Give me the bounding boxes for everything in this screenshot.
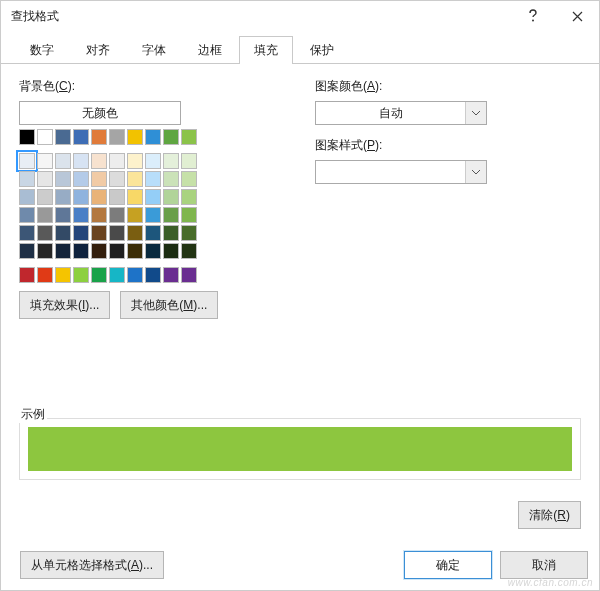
color-swatch[interactable]: [181, 153, 197, 169]
clear-button[interactable]: 清除(R): [518, 501, 581, 529]
color-swatch[interactable]: [181, 189, 197, 205]
color-swatch[interactable]: [55, 267, 71, 283]
more-colors-button[interactable]: 其他颜色(M)...: [120, 291, 218, 319]
color-swatch[interactable]: [127, 267, 143, 283]
color-swatch[interactable]: [163, 267, 179, 283]
fill-effects-button[interactable]: 填充效果(I)...: [19, 291, 110, 319]
color-swatch[interactable]: [91, 171, 107, 187]
color-swatch[interactable]: [109, 129, 125, 145]
color-swatch[interactable]: [73, 225, 89, 241]
color-swatch[interactable]: [181, 267, 197, 283]
color-swatch[interactable]: [145, 129, 161, 145]
color-swatch[interactable]: [127, 189, 143, 205]
color-swatch[interactable]: [37, 225, 53, 241]
color-swatch[interactable]: [19, 243, 35, 259]
ok-button[interactable]: 确定: [404, 551, 492, 579]
color-swatch[interactable]: [181, 225, 197, 241]
tab-fill[interactable]: 填充: [239, 36, 293, 64]
color-swatch[interactable]: [145, 153, 161, 169]
color-swatch[interactable]: [37, 267, 53, 283]
color-swatch[interactable]: [91, 129, 107, 145]
color-swatch[interactable]: [181, 129, 197, 145]
color-swatch[interactable]: [163, 225, 179, 241]
tab-number[interactable]: 数字: [15, 36, 69, 64]
color-swatch[interactable]: [163, 129, 179, 145]
color-swatch[interactable]: [127, 207, 143, 223]
color-swatch[interactable]: [55, 243, 71, 259]
color-swatch[interactable]: [55, 225, 71, 241]
color-swatch[interactable]: [163, 171, 179, 187]
pattern-column: 图案颜色(A): 自动 图案样式(P):: [315, 78, 581, 319]
color-swatch[interactable]: [127, 153, 143, 169]
color-swatch[interactable]: [91, 207, 107, 223]
color-swatch[interactable]: [55, 171, 71, 187]
tab-border[interactable]: 边框: [183, 36, 237, 64]
color-swatch[interactable]: [37, 153, 53, 169]
dialog-title: 查找格式: [11, 8, 511, 25]
pattern-style-dropdown[interactable]: [315, 160, 487, 184]
color-swatch[interactable]: [37, 171, 53, 187]
color-swatch[interactable]: [109, 243, 125, 259]
color-swatch[interactable]: [145, 207, 161, 223]
color-swatch[interactable]: [19, 225, 35, 241]
color-swatch[interactable]: [181, 207, 197, 223]
color-swatch[interactable]: [109, 189, 125, 205]
color-swatch[interactable]: [91, 189, 107, 205]
tab-font[interactable]: 字体: [127, 36, 181, 64]
color-swatch[interactable]: [109, 153, 125, 169]
color-swatch[interactable]: [163, 153, 179, 169]
color-swatch[interactable]: [109, 207, 125, 223]
color-swatch[interactable]: [73, 189, 89, 205]
color-swatch[interactable]: [109, 225, 125, 241]
color-swatch[interactable]: [91, 243, 107, 259]
color-swatch[interactable]: [73, 243, 89, 259]
color-swatch[interactable]: [37, 129, 53, 145]
color-swatch[interactable]: [55, 207, 71, 223]
color-swatch[interactable]: [127, 129, 143, 145]
color-swatch[interactable]: [145, 171, 161, 187]
color-swatch[interactable]: [19, 267, 35, 283]
color-swatch[interactable]: [91, 267, 107, 283]
color-swatch[interactable]: [163, 207, 179, 223]
color-swatch[interactable]: [19, 153, 35, 169]
color-swatch[interactable]: [19, 207, 35, 223]
color-swatch[interactable]: [73, 207, 89, 223]
color-swatch[interactable]: [73, 267, 89, 283]
color-swatch[interactable]: [73, 171, 89, 187]
color-swatch[interactable]: [163, 189, 179, 205]
pattern-color-dropdown[interactable]: 自动: [315, 101, 487, 125]
tab-protection[interactable]: 保护: [295, 36, 349, 64]
color-swatch[interactable]: [109, 267, 125, 283]
no-color-button[interactable]: 无颜色: [19, 101, 181, 125]
color-swatch[interactable]: [37, 207, 53, 223]
color-swatch[interactable]: [145, 267, 161, 283]
cancel-button[interactable]: 取消: [500, 551, 588, 579]
color-swatch[interactable]: [19, 189, 35, 205]
color-swatch[interactable]: [127, 171, 143, 187]
color-swatch[interactable]: [55, 189, 71, 205]
choose-format-from-cell-button[interactable]: 从单元格选择格式(A)...: [20, 551, 164, 579]
color-swatch[interactable]: [73, 153, 89, 169]
color-shade-grid: [19, 153, 285, 259]
color-swatch[interactable]: [37, 189, 53, 205]
close-button[interactable]: [555, 1, 599, 31]
color-swatch[interactable]: [73, 129, 89, 145]
help-button[interactable]: [511, 1, 555, 31]
color-swatch[interactable]: [127, 225, 143, 241]
color-swatch[interactable]: [19, 171, 35, 187]
color-swatch[interactable]: [145, 243, 161, 259]
color-swatch[interactable]: [91, 225, 107, 241]
color-swatch[interactable]: [37, 243, 53, 259]
color-swatch[interactable]: [181, 171, 197, 187]
color-swatch[interactable]: [163, 243, 179, 259]
tab-alignment[interactable]: 对齐: [71, 36, 125, 64]
color-swatch[interactable]: [145, 225, 161, 241]
color-swatch[interactable]: [55, 153, 71, 169]
color-swatch[interactable]: [19, 129, 35, 145]
color-swatch[interactable]: [127, 243, 143, 259]
color-swatch[interactable]: [181, 243, 197, 259]
color-swatch[interactable]: [55, 129, 71, 145]
color-swatch[interactable]: [145, 189, 161, 205]
color-swatch[interactable]: [91, 153, 107, 169]
color-swatch[interactable]: [109, 171, 125, 187]
